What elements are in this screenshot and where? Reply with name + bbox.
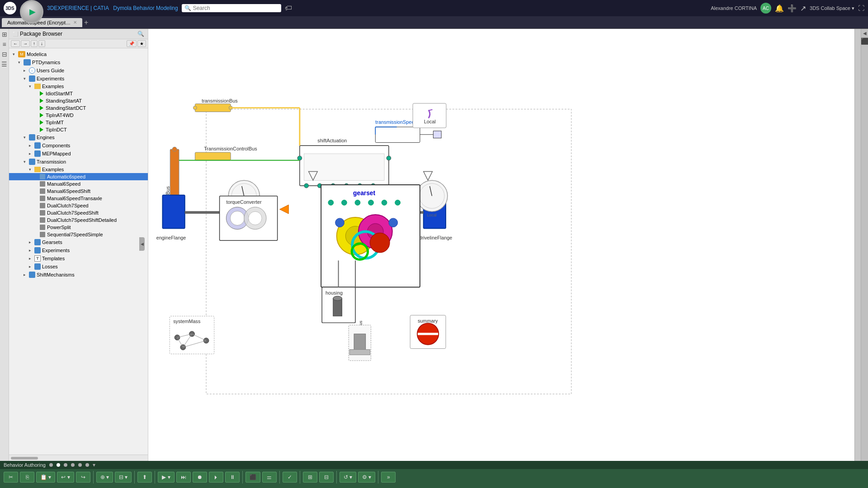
tree-item-standingstartAT[interactable]: StandingStartAT — [9, 97, 148, 104]
tree-item-shiftmechanisms[interactable]: ShiftMechanisms — [9, 271, 148, 279]
tree-item-tipInDCT[interactable]: TipInDCT — [9, 126, 148, 133]
tree-item-usersguide[interactable]: i Users Guide — [9, 66, 148, 75]
brand-title: 3DEXPERIENCE | CATIA Dymola Behavior Mod… — [47, 5, 178, 11]
play-step-button[interactable]: ⏵ — [209, 472, 223, 483]
tree-item-tipInMT[interactable]: TipInMT — [9, 119, 148, 126]
tree-nav-down[interactable]: ↓ — [38, 40, 45, 47]
tree-item-manual6speed[interactable]: Manual6Speed — [9, 180, 148, 188]
canvas-scrollbar[interactable] — [854, 29, 861, 461]
simulate-button[interactable]: ▶ ▾ — [158, 472, 174, 483]
main-area: ⊞ ≡ ⊟ ☰ ⬜ Package Browser 🔍 ← → ↑ ↓ 📌 ★ — [0, 29, 868, 461]
user-avatar: AC — [760, 3, 771, 14]
paste-button[interactable]: 📋 ▾ — [36, 472, 55, 483]
sidebar-search-icon[interactable]: 🔍 — [137, 31, 144, 37]
tree-item-modelica[interactable]: M Modelica — [9, 50, 148, 58]
left-icon-3[interactable]: ⊟ — [2, 51, 7, 58]
stop-button[interactable]: ⬛ — [245, 472, 260, 483]
tree-nav-forward[interactable]: → — [21, 40, 30, 47]
left-icon-2[interactable]: ≡ — [2, 41, 6, 48]
tree-item-manual6speedtransaxle[interactable]: Manual6SpeedTransaxle — [9, 195, 148, 202]
tree-item-sequential7speedsimple[interactable]: Sequential7SpeedSimple — [9, 231, 148, 238]
pause-button[interactable]: ⏸ — [225, 472, 240, 483]
left-icon-1[interactable]: ⊞ — [2, 31, 7, 38]
more-button[interactable]: » — [381, 472, 396, 483]
tree-arrow-engines — [24, 135, 29, 140]
tree-star[interactable]: ★ — [137, 40, 146, 47]
tree-item-experiments[interactable]: Experiments — [9, 75, 148, 83]
tree-item-dualclutch7speedshift[interactable]: DualClutch7SpeedShift — [9, 209, 148, 216]
sidebar-scroll-thumb — [11, 457, 38, 460]
tree-item-standingstartDCT[interactable]: StandingStartDCT — [9, 104, 148, 112]
tree-item-idiotstartmt[interactable]: IdiotStartMT — [9, 90, 148, 97]
tree-item-engines[interactable]: Engines — [9, 133, 148, 141]
tree-item-losses[interactable]: Losses — [9, 263, 148, 271]
tree-item-powersplit[interactable]: PowerSplit — [9, 224, 148, 231]
svg-point-57 — [395, 200, 401, 206]
notifications-icon[interactable]: 🔔 — [775, 4, 784, 13]
housing-label: housing — [326, 290, 343, 296]
fast-forward-button[interactable]: ⏭ — [176, 472, 191, 483]
layout1-button[interactable]: ⊞ — [303, 472, 317, 483]
rp-button-1[interactable]: ◀ — [863, 31, 867, 36]
redo-button[interactable]: ↪ — [76, 472, 90, 483]
expand-icon[interactable]: ⛶ — [858, 5, 864, 12]
grid-button[interactable]: ⚌ — [262, 472, 277, 483]
tree-item-experiments-t[interactable]: Experiments — [9, 246, 148, 254]
engines-icon — [29, 134, 35, 141]
left-icon-4[interactable]: ☰ — [1, 61, 7, 68]
copy-button[interactable]: ⎘ — [20, 472, 34, 483]
share-icon[interactable]: ↗ — [800, 4, 806, 13]
tree-item-mepmapped[interactable]: MEPMapped — [9, 150, 148, 158]
tree-item-examples-trans[interactable]: Examples — [9, 166, 148, 173]
add-icon[interactable]: ➕ — [788, 4, 797, 13]
record-button[interactable]: ⏺ — [193, 472, 207, 483]
settings-button[interactable]: ⚙ ▾ — [358, 472, 375, 483]
layout2-button[interactable]: ⊟ — [319, 472, 334, 483]
tree-item-gearsets[interactable]: Gearsets — [9, 238, 148, 246]
tab-automatic6speed[interactable]: Automatic6speed (Encrypt… ✕ — [2, 18, 82, 27]
add-tab-button[interactable]: + — [84, 19, 88, 27]
check-button[interactable]: ✓ — [283, 472, 297, 483]
svg-rect-12 — [304, 154, 384, 180]
tree-arrow-standingstartDCT — [34, 106, 40, 110]
undo-button[interactable]: ↩ ▾ — [57, 472, 74, 483]
tree-label-mepmapped: MEPMapped — [42, 151, 71, 156]
tree-item-ptdynamics[interactable]: PTDynamics — [9, 58, 148, 66]
select-button[interactable]: ⊕ ▾ — [96, 472, 113, 483]
rp-button-2[interactable]: ⬛ — [861, 38, 868, 45]
behavior-expand-icon[interactable]: ▾ — [93, 462, 95, 468]
tree-item-manual6speedshift[interactable]: Manual6SpeedShift — [9, 188, 148, 195]
tree-item-dualclutch7speed[interactable]: DualClutch7Speed — [9, 202, 148, 209]
svg-rect-1 — [195, 104, 231, 112]
tree-item-transmission[interactable]: Transmission — [9, 158, 148, 166]
svg-point-55 — [368, 200, 374, 206]
search-box[interactable]: 🔍 — [182, 4, 281, 12]
workspace-label[interactable]: 3DS Collab Space ▾ — [810, 5, 854, 11]
tree-arrow-mepmapped — [29, 151, 34, 156]
tag-icon[interactable]: 🏷 — [285, 4, 292, 12]
tree-item-dualclutch7speedshiftdetailed[interactable]: DualClutch7SpeedShiftDetailed — [9, 216, 148, 224]
connect-button[interactable]: ⊟ ▾ — [115, 472, 132, 483]
search-input[interactable] — [193, 5, 265, 11]
tree-nav-back[interactable]: ← — [11, 40, 20, 47]
tree-label-usersguide: Users Guide — [37, 68, 64, 73]
reset-button[interactable]: ↺ ▾ — [340, 472, 356, 483]
tree-pin[interactable]: 📌 — [127, 40, 137, 47]
tree-nav-up[interactable]: ↑ — [31, 40, 38, 47]
cut-button[interactable]: ✂ — [4, 472, 18, 483]
tree-item-tipInAT4WD[interactable]: TipInAT4WD — [9, 112, 148, 119]
export-button[interactable]: ⬆ — [137, 472, 152, 483]
sidebar-collapse-button[interactable]: ◀ — [139, 237, 145, 251]
sidebar-scrollbar[interactable] — [9, 455, 148, 461]
tree-item-examples-exp[interactable]: Examples — [9, 83, 148, 90]
svg-point-69 — [180, 345, 186, 350]
tree-item-automatic6speed[interactable]: Automatic6speed — [9, 173, 148, 180]
tree-arrow-dualclutch7speed — [34, 203, 40, 208]
tab-close-icon[interactable]: ✕ — [73, 20, 77, 25]
svg-point-14 — [387, 156, 391, 160]
tree-item-components[interactable]: Components — [9, 141, 148, 150]
tree-item-templates[interactable]: T Templates — [9, 254, 148, 263]
play-button[interactable] — [20, 0, 43, 23]
tree-arrow-usersguide — [24, 68, 29, 73]
model-icon-dualclutch7speed — [40, 203, 45, 208]
